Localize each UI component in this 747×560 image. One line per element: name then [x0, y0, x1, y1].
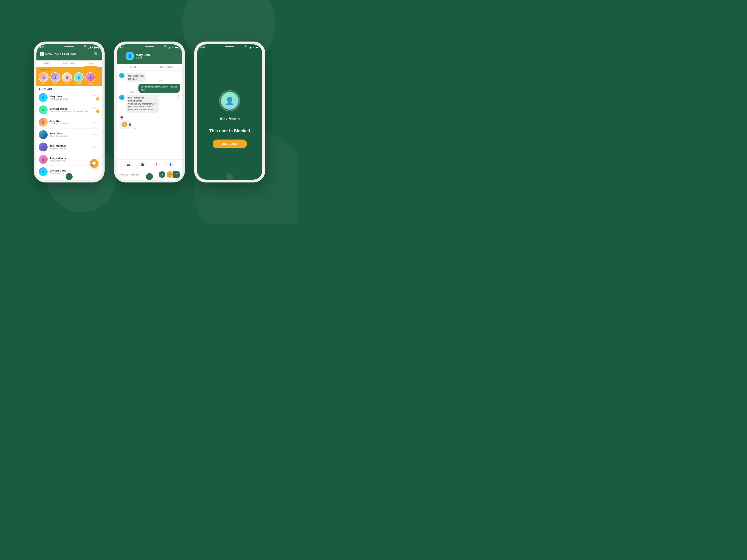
attach-icon: 📎 — [168, 173, 172, 176]
tab-feed[interactable]: FEED — [36, 60, 58, 67]
phone-3-screen: 9:41 ▲ ← 👤 — [197, 44, 262, 180]
media-icons-row: 📷 🎥 📍 👤 — [117, 160, 182, 170]
status-icons-2: ▲ — [169, 46, 179, 49]
chat-time-jackm: 43 mins — [93, 146, 99, 148]
tab-p2-chat[interactable]: CHAT — [117, 64, 149, 70]
chat-name-jackm: Jack Markson — [50, 144, 91, 147]
tabs-bar-1: FEED DISCOVER CHAT — [36, 60, 102, 67]
chat-info-kelly: Kelly Kac Thank you so much! — [50, 120, 91, 125]
chat-meta-michaelj: 45 mins 1 — [93, 107, 99, 113]
phone-home-3[interactable] — [226, 173, 233, 180]
msg-time-3: 01:24 PM — [176, 98, 180, 101]
fav-name-jake: Jake — [89, 83, 92, 84]
msg-avatar-mary: 👤 — [119, 73, 125, 78]
msg-row-2: 01:22 PM Good Morning, Mary Jane I'm Fin… — [119, 84, 180, 93]
p3-user-name: Alex Martin — [220, 117, 240, 121]
waveform-dot — [129, 124, 131, 126]
favorites-label: FAVORITES — [39, 69, 99, 71]
back-button-3[interactable]: ← — [200, 52, 204, 56]
msg-bubble-3: I am Professional Photographers.You need… — [126, 95, 159, 113]
chat-badge-maryjane: 1 — [96, 97, 99, 101]
audio-message[interactable] — [119, 120, 132, 129]
messages-area: 👤 Hey Martin. How are you ? 01:22 PM 01:… — [117, 71, 182, 159]
chat-info-jackm: Jack Markson Are you available? — [50, 144, 91, 150]
status-icons-1: ▲ — [88, 46, 99, 49]
mic-button[interactable]: 🎤 — [173, 171, 180, 178]
p1-header-top: New Topics For You 🔍 — [40, 52, 99, 56]
battery-1 — [94, 46, 99, 49]
avatar-michaelj: 👤 — [39, 105, 48, 114]
fav-avatar-london: 👤 — [50, 72, 60, 82]
contact-icon-btn[interactable]: 👤 — [167, 161, 174, 168]
msg-bubble-2: Good Morning, Mary Jane I'm Fine and You… — [138, 84, 180, 93]
fav-item-alice[interactable]: 👤 Alice — [39, 72, 49, 84]
attach-button[interactable]: 📎 — [167, 171, 173, 178]
chat-time-michaelj: 45 mins — [93, 107, 99, 109]
fav-item-london[interactable]: 👤 London — [50, 72, 60, 84]
chat-preview-jenny: Hello, Need Help... — [50, 160, 91, 162]
msg-row-1: 👤 Hey Martin. How are you ? 01:22 PM — [119, 73, 180, 82]
page-title: New Topics For You — [45, 52, 76, 56]
video-icon-btn[interactable]: 🎥 — [139, 161, 146, 168]
audio-waveform — [129, 124, 130, 125]
fav-name-martin: Martin — [65, 83, 69, 84]
msg-row-3: 👤 I am Professional Photographers.You ne… — [119, 95, 180, 113]
chat-info-jenny: Jenny Marcue Hello, Need Help... — [50, 157, 91, 162]
time-1: 9:41 — [40, 46, 44, 49]
chat-item-maryjane[interactable]: 👤 Mary Jane Thank you so much! 23 mins 1 — [39, 91, 99, 104]
chat-name-kelly: Kelly Kac — [50, 120, 91, 123]
fav-avatar-martin: 👤 — [62, 72, 72, 82]
contact-info-2: Mary Jane Online — [136, 53, 151, 59]
fav-name-alice: Alice — [42, 83, 45, 84]
tab-chat[interactable]: CHAT — [80, 60, 102, 67]
tab-discover[interactable]: DISCOVER — [58, 60, 80, 67]
chat-meta-jackm: 43 mins — [93, 146, 99, 148]
back-button-2[interactable]: ← — [120, 54, 124, 58]
tab-p2-highlights[interactable]: HIGHLIGHTS — [149, 64, 182, 70]
chat-preview-kelly: Thank you so much! — [50, 123, 91, 125]
phone-home-2[interactable] — [146, 173, 153, 180]
all-chats-label: ALL CHATS — [39, 86, 99, 91]
search-button[interactable]: 🔍 — [94, 52, 99, 56]
signal-2 — [169, 46, 171, 49]
msg-avatar-mary-3: 👤 — [119, 95, 125, 100]
phone-camera-3 — [244, 45, 247, 47]
fav-item-fancy[interactable]: 👤 Fancy — [74, 72, 83, 84]
chat-meta-kelly: 23 mins — [93, 121, 99, 124]
phone-3: 9:41 ▲ ← 👤 — [194, 42, 265, 183]
chat-item-michaelj[interactable]: 👤 Michael JOnes you Know, I need some ph… — [39, 104, 99, 116]
play-button[interactable] — [122, 122, 127, 127]
chat-item-jackm[interactable]: 👤 Jack Markson Are you available? 43 min… — [39, 141, 99, 153]
p2-tabs: CHAT HIGHLIGHTS — [117, 64, 182, 71]
phone-home-1[interactable] — [66, 173, 73, 180]
avatar-kelly: 👤 — [39, 118, 48, 127]
phone-camera-1 — [84, 45, 86, 47]
chat-item-jackj[interactable]: 👤 Jack John OKay, See you than 45 mins — [39, 129, 99, 141]
p1-header: New Topics For You 🔍 — [36, 50, 102, 60]
send-button[interactable]: ➤ — [159, 171, 165, 178]
compose-icon: 💬 — [92, 161, 96, 166]
msg-bubble-1: Hey Martin. How are you ? — [126, 73, 146, 82]
grid-icon[interactable] — [40, 52, 44, 56]
fav-item-martin[interactable]: 👤 Martin — [62, 72, 72, 84]
p1-header-title: New Topics For You — [40, 52, 76, 56]
signal-1 — [88, 46, 91, 49]
p3-header: ← — [197, 50, 262, 59]
chat-meta-jackj: 45 mins — [93, 134, 99, 136]
fav-name-london: London — [53, 83, 58, 84]
signal-3 — [249, 46, 251, 49]
fav-item-jake[interactable]: 👤 Jake — [85, 72, 95, 84]
avatar-jackj: 👤 — [39, 130, 48, 139]
p2-header-nav: ← 👤 Mary Jane Online — [120, 52, 179, 60]
msg-row-4: 📵 01:30 PM — [119, 114, 180, 129]
chat-item-kelly[interactable]: 👤 Kelly Kac Thank you so much! 23 mins — [39, 116, 99, 129]
wifi-3: ▲ — [252, 46, 254, 49]
favorites-avatars: 👤 Alice 👤 London 👤 Martin 👤 Fancy — [39, 72, 99, 84]
unblock-button[interactable]: UNBLOCK — [213, 139, 247, 149]
p3-avatar-img: 👤 — [221, 92, 238, 110]
camera-icon-btn[interactable]: 📷 — [125, 161, 132, 168]
location-icon-btn[interactable]: 📍 — [153, 161, 160, 168]
fav-name-fancy: Fancy — [76, 83, 81, 84]
compose-fab-button[interactable]: 💬 — [89, 159, 99, 168]
phones-container: 9:41 ▲ — [34, 42, 265, 183]
